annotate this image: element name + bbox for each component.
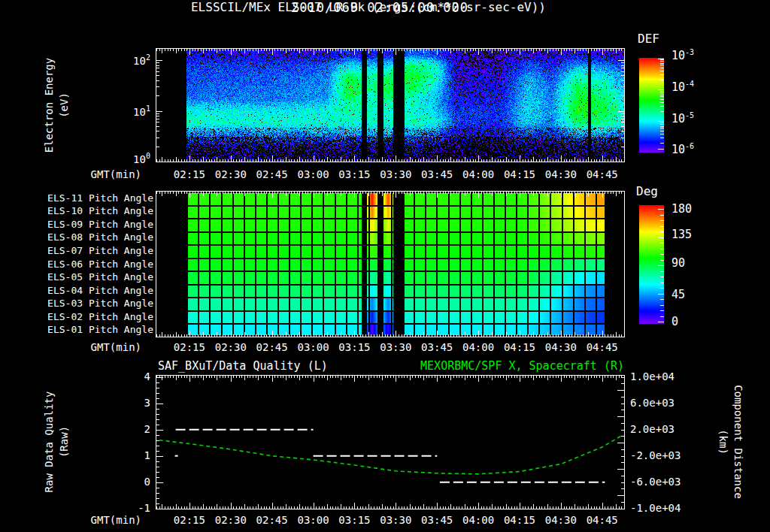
- quality-title-right: MEXORBMC/SPF X, Spacecraft (R): [399, 359, 624, 373]
- gmt-label-1: GMT(min): [70, 168, 141, 180]
- distance-ytick-label: -2.0e+03: [630, 449, 698, 461]
- quality-ytick-label: 3: [111, 397, 150, 409]
- deg-colorbar-tick-label: 45: [671, 288, 717, 301]
- time-tick-label: 03:00: [297, 514, 329, 526]
- def-colorbar-title: DEF: [638, 32, 659, 46]
- time-tick-label: 04:45: [587, 514, 618, 526]
- energy-yaxis-line1: Electron Energy: [41, 23, 56, 188]
- quality-ytick-label: 2: [111, 423, 150, 435]
- time-tick-label: 04:00: [462, 341, 494, 353]
- quality-plot-canvas: [156, 376, 624, 509]
- time-tick-label: 04:00: [462, 168, 494, 180]
- pitch-row-label: ELS-07 Pitch Angle: [29, 245, 153, 256]
- def-colorbar-tick-label: 10-6: [671, 142, 717, 156]
- deg-colorbar-tick-label: 90: [671, 256, 717, 270]
- time-tick-label: 04:30: [545, 341, 577, 353]
- def-colorbar-tick-label: 10-3: [671, 48, 717, 62]
- energy-spectrogram-canvas: [156, 49, 624, 162]
- pitch-row-label: ELS-08 Pitch Angle: [29, 231, 153, 243]
- energy-ytick-label: 102: [111, 53, 150, 67]
- pitch-panel-frame: [156, 191, 625, 337]
- time-tick-label: 03:00: [297, 168, 329, 180]
- pitch-row-label: ELS-10 Pitch Angle: [29, 205, 153, 216]
- distance-ytick-label: -1.0e+04: [630, 502, 698, 514]
- time-tick-label: 03:30: [380, 514, 411, 526]
- plot-page: 2010/069 02:05:00.000 ELSSCIL/MEx ELS-07…: [0, 0, 770, 532]
- energy-panel-frame: [156, 48, 625, 162]
- quality-yaxis-label: Raw Data Quality (Raw): [41, 359, 72, 524]
- time-tick-label: 02:15: [174, 341, 205, 353]
- time-tick-label: 04:00: [462, 514, 494, 526]
- time-tick-label: 02:45: [256, 341, 288, 353]
- time-tick-label: 03:45: [421, 168, 453, 180]
- gmt-label-2: GMT(min): [70, 341, 141, 353]
- time-tick-label: 04:15: [504, 168, 535, 180]
- energy-yaxis-line2: (eV): [56, 23, 71, 188]
- time-tick-label: 04:30: [545, 168, 577, 180]
- time-tick-label: 04:45: [587, 341, 618, 353]
- pitch-row-label: ELS-01 Pitch Angle: [29, 324, 153, 335]
- quality-panel-frame: [156, 375, 625, 509]
- quality-yaxis-line2: (Raw): [56, 359, 71, 524]
- energy-ytick-label: 101: [111, 104, 150, 118]
- distance-yaxis-label: Component Distance (km): [715, 359, 747, 524]
- time-tick-label: 03:45: [421, 341, 453, 353]
- energy-ytick-label: 100: [111, 152, 150, 165]
- quality-title-left: SAF_BXuT/Data Quality (L): [158, 359, 328, 373]
- deg-colorbar-tick-label: 180: [671, 202, 717, 216]
- time-tick-label: 03:45: [421, 514, 453, 526]
- time-tick-label: 03:30: [380, 341, 411, 353]
- quality-ytick-label: -1: [111, 502, 150, 514]
- quality-ytick-label: 0: [111, 476, 150, 488]
- gmt-label-3: GMT(min): [70, 514, 141, 526]
- time-tick-label: 02:45: [256, 514, 288, 526]
- pitch-row-label: ELS-04 Pitch Angle: [29, 285, 153, 296]
- pitch-row-label: ELS-09 Pitch Angle: [29, 219, 153, 230]
- def-colorbar-tick-label: 10-4: [671, 80, 717, 94]
- deg-colorbar-tick-label: 135: [671, 228, 717, 241]
- deg-colorbar-canvas: [639, 205, 664, 324]
- time-tick-label: 02:15: [174, 168, 205, 180]
- energy-yaxis-label: Electron Energy (eV): [41, 23, 72, 188]
- def-colorbar-tick-label: 10-5: [671, 111, 717, 125]
- distance-yaxis-line1: Component Distance: [731, 359, 746, 524]
- time-tick-label: 02:15: [174, 514, 205, 526]
- deg-colorbar-title: Deg: [636, 184, 658, 198]
- time-tick-label: 03:15: [338, 341, 370, 353]
- time-tick-label: 03:30: [380, 168, 411, 180]
- quality-ytick-label: 4: [111, 370, 150, 382]
- time-tick-label: 03:15: [338, 514, 370, 526]
- time-tick-label: 02:30: [215, 168, 247, 180]
- pitch-row-label: ELS-06 Pitch Angle: [29, 258, 153, 270]
- distance-ytick-label: 1.0e+04: [630, 370, 698, 382]
- distance-ytick-label: -6.0e+03: [630, 476, 698, 488]
- deg-colorbar-tick-label: 0: [671, 315, 717, 328]
- quality-ytick-label: 1: [111, 449, 150, 461]
- distance-ytick-label: 2.0e+03: [630, 423, 698, 435]
- pitch-angle-canvas: [156, 192, 624, 337]
- pitch-row-label: ELS-02 Pitch Angle: [29, 311, 153, 322]
- time-tick-label: 02:45: [256, 168, 288, 180]
- plot-subtitle: ELSSCIL/MEx ELS-07 LR-Bk (ergs/(cm**2-sr…: [0, 0, 737, 14]
- time-tick-label: 04:15: [504, 341, 535, 353]
- deg-colorbar: [639, 205, 664, 324]
- energy-colorbar: [639, 58, 664, 153]
- time-tick-label: 04:15: [504, 514, 535, 526]
- time-tick-label: 03:00: [297, 341, 329, 353]
- energy-colorbar-canvas: [639, 58, 664, 153]
- quality-yaxis-line1: Raw Data Quality: [41, 359, 56, 524]
- time-tick-label: 02:30: [215, 341, 247, 353]
- time-tick-label: 02:30: [215, 514, 247, 526]
- distance-ytick-label: 6.0e+03: [630, 397, 698, 409]
- pitch-row-label: ELS-05 Pitch Angle: [29, 271, 153, 283]
- distance-yaxis-line2: (km): [716, 359, 731, 524]
- pitch-row-label: ELS-03 Pitch Angle: [29, 298, 153, 309]
- time-tick-label: 04:45: [587, 168, 618, 180]
- time-tick-label: 04:30: [545, 514, 577, 526]
- time-tick-label: 03:15: [338, 168, 370, 180]
- pitch-row-label: ELS-11 Pitch Angle: [29, 192, 153, 204]
